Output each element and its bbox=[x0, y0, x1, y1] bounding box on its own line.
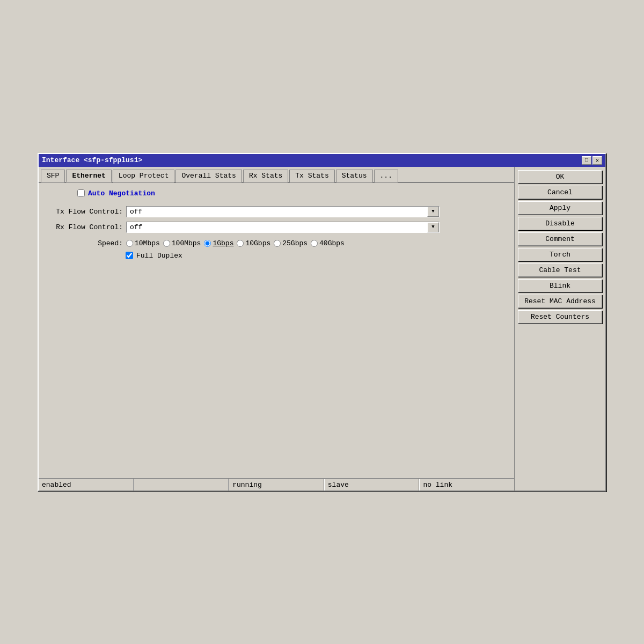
rx-flow-control-dropdown[interactable]: off ▼ bbox=[126, 222, 440, 233]
cable-test-button[interactable]: Cable Test bbox=[518, 264, 602, 277]
auto-negotiation-checkbox[interactable] bbox=[77, 189, 85, 197]
full-duplex-label: Full Duplex bbox=[136, 252, 182, 260]
speed-40gbps: 40Gbps bbox=[311, 239, 345, 247]
reset-mac-button[interactable]: Reset MAC Address bbox=[518, 295, 602, 308]
speed-25gbps-radio[interactable] bbox=[274, 240, 281, 247]
tx-flow-control-value: off bbox=[127, 207, 427, 217]
speed-10mbps-radio[interactable] bbox=[126, 240, 133, 247]
ok-button[interactable]: OK bbox=[518, 170, 602, 184]
speed-row: Speed: 10Mbps 100Mbps 1Gbps bbox=[45, 239, 508, 247]
speed-40gbps-radio[interactable] bbox=[311, 240, 318, 247]
speed-10mbps: 10Mbps bbox=[126, 239, 160, 247]
torch-button[interactable]: Torch bbox=[518, 248, 602, 261]
speed-100mbps-radio[interactable] bbox=[163, 240, 170, 247]
speed-25gbps-label: 25Gbps bbox=[282, 239, 308, 247]
status-no-link: no link bbox=[419, 479, 514, 491]
speed-100mbps-label: 100Mbps bbox=[172, 239, 201, 247]
minimize-button[interactable]: □ bbox=[582, 156, 591, 165]
tx-flow-control-row: Tx Flow Control: off ▼ bbox=[45, 206, 508, 217]
speed-100mbps: 100Mbps bbox=[163, 239, 201, 247]
speed-1gbps-radio[interactable] bbox=[204, 240, 211, 247]
blink-button[interactable]: Blink bbox=[518, 279, 602, 292]
disable-button[interactable]: Disable bbox=[518, 217, 602, 230]
tab-more[interactable]: ... bbox=[374, 170, 398, 182]
full-duplex-checkbox[interactable] bbox=[126, 252, 133, 259]
rx-flow-control-label: Rx Flow Control: bbox=[45, 223, 123, 231]
speed-options: 10Mbps 100Mbps 1Gbps 10Gbps bbox=[126, 239, 345, 247]
window-title: Interface <sfp-sfpplus1> bbox=[42, 156, 142, 164]
tab-loop-protect[interactable]: Loop Protect bbox=[113, 170, 175, 182]
tab-bar: SFP Ethernet Loop Protect Overall Stats … bbox=[39, 167, 514, 183]
tab-ethernet[interactable]: Ethernet bbox=[66, 170, 111, 182]
status-bar: enabled running slave no link bbox=[39, 478, 514, 491]
tx-flow-control-label: Tx Flow Control: bbox=[45, 208, 123, 216]
cancel-button[interactable]: Cancel bbox=[518, 186, 602, 199]
duplex-row: Full Duplex bbox=[126, 252, 508, 260]
content-area: Auto Negotiation Tx Flow Control: off ▼ … bbox=[39, 183, 514, 478]
tab-rx-stats[interactable]: Rx Stats bbox=[243, 170, 288, 182]
sidebar: OK Cancel Apply Disable Comment Torch Ca… bbox=[514, 167, 605, 491]
tx-flow-control-arrow[interactable]: ▼ bbox=[427, 207, 439, 217]
main-window: Interface <sfp-sfpplus1> □ ✕ SFP Etherne… bbox=[38, 153, 606, 492]
speed-10mbps-label: 10Mbps bbox=[135, 239, 160, 247]
reset-counters-button[interactable]: Reset Counters bbox=[518, 310, 602, 324]
close-button[interactable]: ✕ bbox=[592, 156, 602, 165]
rx-flow-control-row: Rx Flow Control: off ▼ bbox=[45, 222, 508, 233]
tab-sfp[interactable]: SFP bbox=[41, 170, 65, 182]
status-slave: slave bbox=[324, 479, 420, 491]
speed-10gbps-radio[interactable] bbox=[237, 240, 244, 247]
speed-40gbps-label: 40Gbps bbox=[319, 239, 345, 247]
rx-flow-control-value: off bbox=[127, 222, 427, 232]
auto-negotiation-row: Auto Negotiation bbox=[45, 189, 508, 197]
rx-flow-control-arrow[interactable]: ▼ bbox=[427, 222, 439, 232]
speed-10gbps-label: 10Gbps bbox=[245, 239, 270, 247]
main-area: SFP Ethernet Loop Protect Overall Stats … bbox=[39, 167, 514, 491]
comment-button[interactable]: Comment bbox=[518, 232, 602, 246]
speed-1gbps-label: 1Gbps bbox=[213, 239, 233, 247]
speed-1gbps: 1Gbps bbox=[204, 239, 233, 247]
window-body: SFP Ethernet Loop Protect Overall Stats … bbox=[39, 167, 605, 491]
tx-flow-control-dropdown[interactable]: off ▼ bbox=[126, 206, 440, 217]
tab-overall-stats[interactable]: Overall Stats bbox=[175, 170, 241, 182]
status-enabled: enabled bbox=[39, 479, 134, 491]
title-bar: Interface <sfp-sfpplus1> □ ✕ bbox=[39, 154, 605, 167]
status-empty bbox=[134, 479, 229, 491]
tab-tx-stats[interactable]: Tx Stats bbox=[289, 170, 334, 182]
tab-status[interactable]: Status bbox=[336, 170, 373, 182]
speed-25gbps: 25Gbps bbox=[274, 239, 308, 247]
apply-button[interactable]: Apply bbox=[518, 201, 602, 215]
title-bar-buttons: □ ✕ bbox=[582, 156, 602, 165]
speed-label: Speed: bbox=[45, 239, 123, 247]
status-running: running bbox=[229, 479, 324, 491]
auto-negotiation-label: Auto Negotiation bbox=[88, 189, 155, 197]
speed-10gbps: 10Gbps bbox=[237, 239, 270, 247]
